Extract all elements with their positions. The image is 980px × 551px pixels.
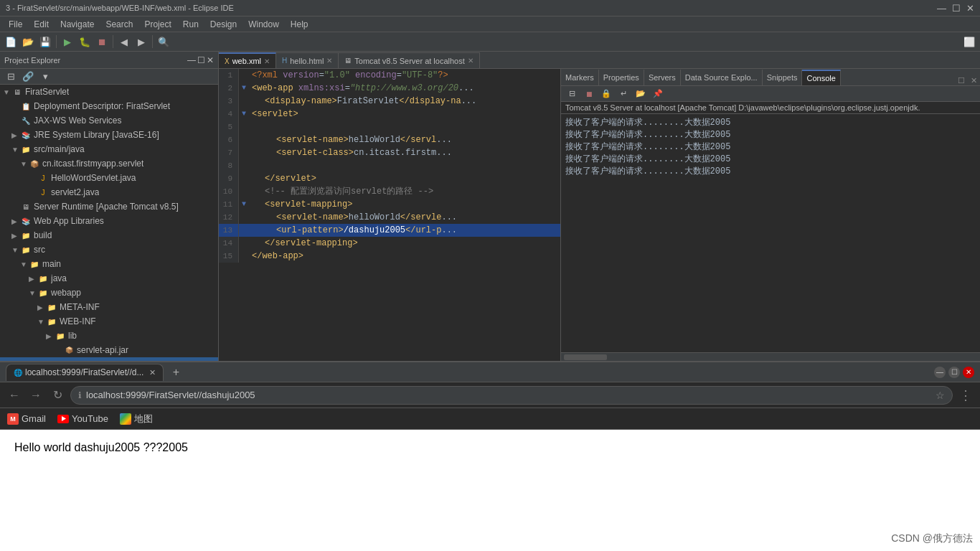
tab-datasource[interactable]: Data Source Explo...	[681, 70, 763, 85]
browser-minimize-btn[interactable]: —	[934, 367, 946, 378]
tab-hello-html[interactable]: H hello.html ✕	[276, 52, 339, 68]
perspective-btn[interactable]: ⬜	[961, 34, 977, 50]
console-pin-btn[interactable]: 📌	[650, 86, 666, 102]
tree-lib[interactable]: ▶ 📁 lib	[0, 329, 218, 343]
browser-menu-btn[interactable]: ⋮	[957, 387, 974, 404]
panel-max-icon[interactable]: ☐	[955, 76, 968, 85]
panel-collapse-btn[interactable]: —	[187, 55, 196, 65]
tree-servlet2[interactable]: J servlet2.java	[0, 185, 218, 199]
menu-help[interactable]: Help	[285, 18, 314, 31]
code-line-6: 6 <servlet-name>helloWorld</servl...	[219, 133, 560, 146]
tree-jre[interactable]: ▶ 📚 JRE System Library [JavaSE-16]	[0, 128, 218, 142]
view-menu-btn[interactable]: ▾	[37, 69, 53, 85]
tab-xml-close[interactable]: ✕	[264, 57, 270, 65]
xml-editor[interactable]: 1 <?xml version="1.0" encoding="UTF-8"?>…	[219, 69, 560, 361]
tab-markers[interactable]: Markers	[561, 70, 599, 85]
code-line-13: 13 <url-pattern>/dashuju2005</url-p...	[219, 224, 560, 237]
console-scroll-lock-btn[interactable]: 🔒	[598, 86, 614, 102]
minimize-btn[interactable]: —	[937, 3, 946, 14]
tab-tomcat-close[interactable]: ✕	[468, 57, 473, 65]
close-btn[interactable]: ✕	[966, 3, 974, 14]
code-line-4: 4 ▼ <servlet>	[219, 108, 560, 121]
menu-design[interactable]: Design	[204, 18, 242, 31]
back-nav-btn[interactable]: ←	[6, 387, 23, 404]
tab-properties[interactable]: Properties	[599, 70, 644, 85]
new-btn[interactable]: 📄	[3, 34, 19, 50]
menu-file[interactable]: File	[3, 18, 28, 31]
panel-max-btn[interactable]: ☐	[197, 55, 205, 65]
maximize-btn[interactable]: ☐	[952, 3, 961, 14]
browser-tab-close[interactable]: ✕	[149, 368, 156, 377]
code-line-5: 5	[219, 121, 560, 133]
refresh-nav-btn[interactable]: ↻	[49, 387, 66, 404]
tab-tomcat[interactable]: 🖥 Tomcat v8.5 Server at localhost ✕	[339, 52, 479, 68]
tree-jaxws[interactable]: 🔧 JAX-WS Web Services	[0, 113, 218, 128]
tree-arrow: ▶	[11, 131, 20, 139]
panel-close-btn[interactable]: ✕	[207, 55, 214, 65]
address-bar[interactable]: ℹ localhost:9999/FiratServlet//dashuju20…	[70, 386, 953, 405]
tab-servers[interactable]: Servers	[644, 70, 681, 85]
collapse-all-btn[interactable]: ⊟	[3, 69, 19, 85]
tree-label: Web App Libraries	[34, 216, 104, 226]
tab-tomcat-label: Tomcat v8.5 Server at localhost	[354, 57, 464, 65]
tree-src[interactable]: ▼ 📁 src	[0, 242, 218, 257]
tree-deployment-descriptor[interactable]: 📋 Deployment Descriptor: FiratServlet	[0, 99, 218, 113]
browser-maximize-btn[interactable]: ☐	[948, 367, 960, 378]
forward-nav-btn[interactable]: →	[27, 387, 44, 404]
panel-close-icon[interactable]: ✕	[968, 76, 980, 85]
gmail-icon: M	[7, 413, 19, 425]
console-stop-btn[interactable]: ⏹	[581, 86, 597, 102]
tree-src-main-java[interactable]: ▼ 📁 src/main/java	[0, 142, 218, 156]
link-editor-btn[interactable]: 🔗	[20, 69, 36, 85]
tab-xml-label: web.xml	[232, 57, 261, 65]
stop-btn[interactable]: ⏹	[94, 34, 110, 50]
tree-web-inf[interactable]: ▼ 📁 WEB-INF	[0, 314, 218, 329]
run-btn[interactable]: ▶	[60, 34, 75, 50]
bookmark-gmail[interactable]: M Gmail	[7, 413, 46, 425]
tree-build[interactable]: ▶ 📁 build	[0, 228, 218, 242]
project-explorer: Project Explorer — ☐ ✕ ⊟ 🔗 ▾ ▼ 🖥 FiratSe…	[0, 52, 219, 361]
bookmark-maps[interactable]: 地图	[120, 413, 153, 425]
console-hscroll[interactable]	[561, 352, 980, 361]
tab-html-close[interactable]: ✕	[326, 57, 332, 65]
menu-window[interactable]: Window	[242, 18, 285, 31]
bookmark-star-btn[interactable]: ☆	[936, 390, 945, 401]
search-toolbar-btn[interactable]: 🔍	[156, 34, 171, 50]
menu-edit[interactable]: Edit	[28, 18, 55, 31]
back-btn[interactable]: ◀	[116, 34, 132, 50]
forward-btn[interactable]: ▶	[133, 34, 149, 50]
tree-webapp[interactable]: ▼ 📁 webapp	[0, 286, 218, 300]
console-open-file-btn[interactable]: 📂	[633, 86, 649, 102]
bookmark-youtube[interactable]: YouTube	[57, 413, 108, 424]
menu-run[interactable]: Run	[177, 18, 204, 31]
tree-root-firatservlet[interactable]: ▼ 🖥 FiratServlet	[0, 85, 218, 99]
tree-java[interactable]: ▶ 📁 java	[0, 271, 218, 286]
panel-header-buttons: — ☐ ✕	[187, 55, 214, 65]
save-btn[interactable]: 💾	[37, 34, 53, 50]
console-clear-btn[interactable]: ⊟	[564, 86, 580, 102]
browser-tab-active[interactable]: 🌐 localhost:9999/FiratServlet//d... ✕	[6, 364, 164, 381]
console-word-wrap-btn[interactable]: ↵	[616, 86, 631, 102]
project-tree: ▼ 🖥 FiratServlet 📋 Deployment Descriptor…	[0, 85, 218, 361]
lib-icon: 📁	[55, 330, 66, 342]
menu-search[interactable]: Search	[100, 18, 138, 31]
tree-package[interactable]: ▼ 📦 cn.itcast.firstmyapp.servlet	[0, 156, 218, 171]
tree-label: src/main/java	[34, 144, 85, 154]
tree-web-app-libs[interactable]: ▶ 📚 Web App Libraries	[0, 214, 218, 228]
debug-btn[interactable]: 🐛	[77, 34, 93, 50]
menu-project[interactable]: Project	[138, 18, 176, 31]
tree-main[interactable]: ▼ 📁 main	[0, 257, 218, 271]
tab-console[interactable]: Console	[802, 70, 840, 85]
tree-hello-servlet[interactable]: J HelloWordServlet.java	[0, 171, 218, 185]
editor-area: Project Explorer — ☐ ✕ ⊟ 🔗 ▾ ▼ 🖥 FiratSe…	[0, 52, 980, 361]
menu-navigate[interactable]: Navigate	[55, 18, 100, 31]
new-tab-btn[interactable]: +	[168, 364, 184, 380]
tree-meta-inf[interactable]: ▶ 📁 META-INF	[0, 300, 218, 314]
open-btn[interactable]: 📂	[20, 34, 36, 50]
tab-snippets[interactable]: Snippets	[763, 70, 803, 85]
tree-servlet-jar[interactable]: 📦 servlet-api.jar	[0, 343, 218, 357]
browser-close-btn[interactable]: ✕	[963, 367, 974, 378]
tree-server-runtime[interactable]: 🖥 Server Runtime [Apache Tomcat v8.5]	[0, 199, 218, 214]
code-line-11: 11 ▼ <servlet-mapping>	[219, 198, 560, 211]
tab-web-xml[interactable]: X web.xml ✕	[219, 52, 276, 68]
